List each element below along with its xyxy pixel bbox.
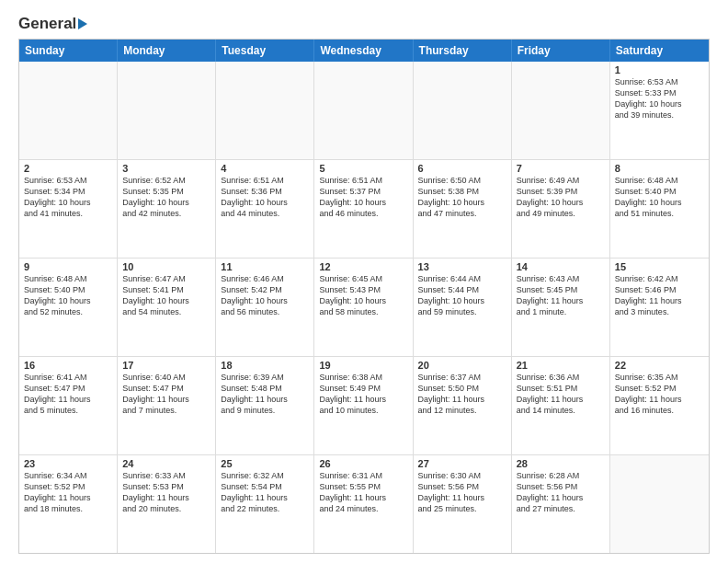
calendar-cell: 10Sunrise: 6:47 AM Sunset: 5:41 PM Dayli…: [118, 259, 216, 356]
day-number: 1: [615, 64, 704, 75]
cell-info: Sunrise: 6:39 AM Sunset: 5:48 PM Dayligh…: [221, 372, 309, 417]
header-day-saturday: Saturday: [610, 40, 709, 62]
cell-info: Sunrise: 6:52 AM Sunset: 5:35 PM Dayligh…: [122, 175, 210, 220]
day-number: 7: [517, 163, 605, 174]
calendar-cell: [414, 62, 512, 159]
day-number: 12: [319, 261, 407, 272]
calendar-cell: [314, 62, 413, 159]
cell-info: Sunrise: 6:46 AM Sunset: 5:42 PM Dayligh…: [221, 273, 309, 318]
calendar-cell: 13Sunrise: 6:44 AM Sunset: 5:44 PM Dayli…: [414, 259, 512, 356]
day-number: 16: [24, 360, 112, 371]
calendar-cell: 16Sunrise: 6:41 AM Sunset: 5:47 PM Dayli…: [19, 357, 118, 454]
cell-info: Sunrise: 6:47 AM Sunset: 5:41 PM Dayligh…: [122, 273, 210, 318]
header-day-monday: Monday: [118, 40, 216, 62]
calendar-cell: 24Sunrise: 6:33 AM Sunset: 5:53 PM Dayli…: [118, 455, 216, 553]
day-number: 25: [221, 458, 309, 469]
cell-info: Sunrise: 6:51 AM Sunset: 5:37 PM Dayligh…: [319, 175, 407, 220]
day-number: 8: [615, 163, 704, 174]
day-number: 27: [418, 458, 506, 469]
logo-arrow-icon: [78, 18, 87, 29]
cell-info: Sunrise: 6:41 AM Sunset: 5:47 PM Dayligh…: [24, 372, 112, 417]
calendar-cell: 18Sunrise: 6:39 AM Sunset: 5:48 PM Dayli…: [216, 357, 314, 454]
calendar-header: SundayMondayTuesdayWednesdayThursdayFrid…: [19, 40, 709, 62]
calendar-cell: 27Sunrise: 6:30 AM Sunset: 5:56 PM Dayli…: [414, 455, 512, 553]
calendar-cell: 11Sunrise: 6:46 AM Sunset: 5:42 PM Dayli…: [216, 259, 314, 356]
calendar-row-0: 1Sunrise: 6:53 AM Sunset: 5:33 PM Daylig…: [19, 62, 709, 160]
calendar-cell: 4Sunrise: 6:51 AM Sunset: 5:36 PM Daylig…: [216, 160, 314, 258]
calendar-body: 1Sunrise: 6:53 AM Sunset: 5:33 PM Daylig…: [19, 62, 709, 553]
cell-info: Sunrise: 6:32 AM Sunset: 5:54 PM Dayligh…: [221, 470, 309, 515]
calendar-cell: 21Sunrise: 6:36 AM Sunset: 5:51 PM Dayli…: [512, 357, 610, 454]
day-number: 9: [24, 261, 112, 272]
calendar-cell: 9Sunrise: 6:48 AM Sunset: 5:40 PM Daylig…: [19, 259, 118, 356]
day-number: 13: [418, 261, 506, 272]
day-number: 23: [24, 458, 112, 469]
day-number: 21: [517, 360, 605, 371]
calendar-row-3: 16Sunrise: 6:41 AM Sunset: 5:47 PM Dayli…: [19, 357, 709, 455]
cell-info: Sunrise: 6:34 AM Sunset: 5:52 PM Dayligh…: [24, 470, 112, 515]
calendar-cell: 17Sunrise: 6:40 AM Sunset: 5:47 PM Dayli…: [118, 357, 216, 454]
cell-info: Sunrise: 6:48 AM Sunset: 5:40 PM Dayligh…: [615, 175, 704, 220]
header-day-wednesday: Wednesday: [314, 40, 413, 62]
day-number: 5: [319, 163, 407, 174]
cell-info: Sunrise: 6:31 AM Sunset: 5:55 PM Dayligh…: [319, 470, 407, 515]
day-number: 11: [221, 261, 309, 272]
logo-row1: General: [18, 15, 87, 33]
calendar-cell: 14Sunrise: 6:43 AM Sunset: 5:45 PM Dayli…: [512, 259, 610, 356]
logo-general-text: General: [18, 15, 76, 33]
cell-info: Sunrise: 6:53 AM Sunset: 5:34 PM Dayligh…: [24, 175, 112, 220]
calendar-cell: 26Sunrise: 6:31 AM Sunset: 5:55 PM Dayli…: [314, 455, 413, 553]
cell-info: Sunrise: 6:53 AM Sunset: 5:33 PM Dayligh…: [615, 76, 704, 121]
header: General: [18, 15, 710, 31]
calendar-cell: 25Sunrise: 6:32 AM Sunset: 5:54 PM Dayli…: [216, 455, 314, 553]
day-number: 3: [122, 163, 210, 174]
calendar-cell: 22Sunrise: 6:35 AM Sunset: 5:52 PM Dayli…: [610, 357, 709, 454]
calendar-cell: [118, 62, 216, 159]
calendar-cell: 20Sunrise: 6:37 AM Sunset: 5:50 PM Dayli…: [414, 357, 512, 454]
day-number: 14: [517, 261, 605, 272]
cell-info: Sunrise: 6:28 AM Sunset: 5:56 PM Dayligh…: [517, 470, 605, 515]
cell-info: Sunrise: 6:38 AM Sunset: 5:49 PM Dayligh…: [319, 372, 407, 417]
calendar: SundayMondayTuesdayWednesdayThursdayFrid…: [18, 39, 710, 554]
day-number: 22: [615, 360, 704, 371]
day-number: 6: [418, 163, 506, 174]
cell-info: Sunrise: 6:44 AM Sunset: 5:44 PM Dayligh…: [418, 273, 506, 318]
calendar-cell: [216, 62, 314, 159]
cell-info: Sunrise: 6:30 AM Sunset: 5:56 PM Dayligh…: [418, 470, 506, 515]
calendar-cell: 5Sunrise: 6:51 AM Sunset: 5:37 PM Daylig…: [314, 160, 413, 258]
calendar-cell: 8Sunrise: 6:48 AM Sunset: 5:40 PM Daylig…: [610, 160, 709, 258]
cell-info: Sunrise: 6:36 AM Sunset: 5:51 PM Dayligh…: [517, 372, 605, 417]
cell-info: Sunrise: 6:45 AM Sunset: 5:43 PM Dayligh…: [319, 273, 407, 318]
cell-info: Sunrise: 6:48 AM Sunset: 5:40 PM Dayligh…: [24, 273, 112, 318]
calendar-cell: [610, 455, 709, 553]
cell-info: Sunrise: 6:42 AM Sunset: 5:46 PM Dayligh…: [615, 273, 704, 318]
calendar-row-1: 2Sunrise: 6:53 AM Sunset: 5:34 PM Daylig…: [19, 160, 709, 259]
day-number: 26: [319, 458, 407, 469]
calendar-cell: 2Sunrise: 6:53 AM Sunset: 5:34 PM Daylig…: [19, 160, 118, 258]
cell-info: Sunrise: 6:35 AM Sunset: 5:52 PM Dayligh…: [615, 372, 704, 417]
calendar-row-2: 9Sunrise: 6:48 AM Sunset: 5:40 PM Daylig…: [19, 259, 709, 357]
calendar-cell: 6Sunrise: 6:50 AM Sunset: 5:38 PM Daylig…: [414, 160, 512, 258]
cell-info: Sunrise: 6:51 AM Sunset: 5:36 PM Dayligh…: [221, 175, 309, 220]
day-number: 28: [517, 458, 605, 469]
calendar-cell: 19Sunrise: 6:38 AM Sunset: 5:49 PM Dayli…: [314, 357, 413, 454]
day-number: 24: [122, 458, 210, 469]
calendar-cell: 12Sunrise: 6:45 AM Sunset: 5:43 PM Dayli…: [314, 259, 413, 356]
cell-info: Sunrise: 6:49 AM Sunset: 5:39 PM Dayligh…: [517, 175, 605, 220]
calendar-cell: 15Sunrise: 6:42 AM Sunset: 5:46 PM Dayli…: [610, 259, 709, 356]
header-day-friday: Friday: [512, 40, 610, 62]
page: General SundayMondayTuesdayWednesdayThur…: [0, 0, 728, 563]
calendar-cell: 7Sunrise: 6:49 AM Sunset: 5:39 PM Daylig…: [512, 160, 610, 258]
header-day-sunday: Sunday: [19, 40, 118, 62]
calendar-cell: 1Sunrise: 6:53 AM Sunset: 5:33 PM Daylig…: [610, 62, 709, 159]
day-number: 19: [319, 360, 407, 371]
cell-info: Sunrise: 6:50 AM Sunset: 5:38 PM Dayligh…: [418, 175, 506, 220]
calendar-cell: 3Sunrise: 6:52 AM Sunset: 5:35 PM Daylig…: [118, 160, 216, 258]
day-number: 20: [418, 360, 506, 371]
header-day-thursday: Thursday: [414, 40, 512, 62]
calendar-cell: [19, 62, 118, 159]
calendar-cell: 28Sunrise: 6:28 AM Sunset: 5:56 PM Dayli…: [512, 455, 610, 553]
calendar-cell: [512, 62, 610, 159]
day-number: 15: [615, 261, 704, 272]
header-day-tuesday: Tuesday: [216, 40, 314, 62]
